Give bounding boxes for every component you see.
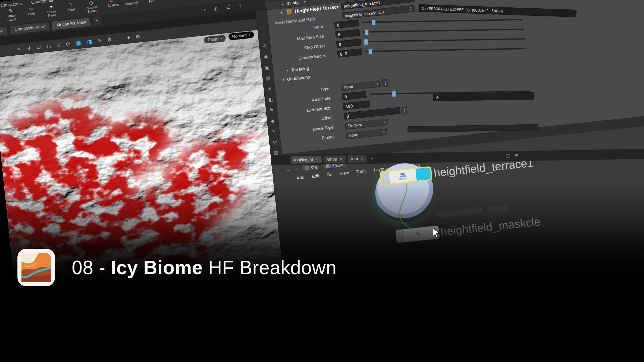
add-tab-button[interactable]: +	[369, 156, 375, 161]
edit-icon[interactable]: ✎	[97, 37, 103, 44]
tool-platonic-solids[interactable]: ◇ Platonic Solids	[83, 0, 100, 14]
terrain-render	[0, 30, 291, 362]
settings-icon[interactable]: ⚙	[106, 36, 113, 43]
dropdown-value: None	[343, 83, 354, 90]
slider-handle[interactable]	[368, 49, 372, 55]
split-pane-icon[interactable]: ❏	[506, 154, 509, 158]
node-body[interactable]: ✎	[403, 226, 433, 242]
edit-mode-icon[interactable]: ✎	[272, 129, 276, 134]
scene-viewport-pane: ↖ ✛ ▭ ◻ ⊡ ⟳ ▦ ◨ ✎ ⚙ ✦ ❆	[0, 11, 291, 362]
obj-context-icon	[305, 165, 309, 170]
select-icon[interactable]: ↖	[16, 46, 23, 53]
pane-icon[interactable]: ◧	[287, 1, 291, 6]
move-icon[interactable]: ✛	[26, 45, 33, 51]
close-icon[interactable]: ✕	[340, 158, 342, 161]
pane-menu-icon[interactable]: ☰	[515, 153, 519, 158]
tab-shop[interactable]: /shop ✕	[323, 155, 346, 163]
node-body[interactable]	[389, 169, 417, 184]
type-stepper[interactable]: ▴ ▾	[382, 79, 388, 87]
back-icon[interactable]: ←	[285, 167, 291, 173]
menu-view[interactable]: View	[339, 170, 349, 176]
display-icon[interactable]: ▣	[265, 65, 270, 70]
snap-icon[interactable]: ⊡	[55, 42, 62, 48]
close-icon[interactable]: ✕	[316, 158, 318, 161]
channel-logo	[17, 249, 55, 286]
param-label: Type	[275, 86, 330, 97]
section-terracing[interactable]: ▸ Terracing	[286, 66, 309, 73]
path-caret-icon[interactable]: ▸	[281, 2, 284, 7]
wire-icon[interactable]: ▥	[274, 150, 279, 156]
grid-snap-icon[interactable]: ▦	[74, 39, 83, 47]
ghost-node-label: heightfield_layer	[436, 202, 510, 221]
chevron-down-icon: ▾	[376, 80, 378, 87]
star-badge-icon[interactable]: ✦	[125, 34, 132, 41]
flag-icon[interactable]: ⚑	[269, 108, 274, 113]
element-size-field[interactable]: 100	[343, 101, 370, 110]
node-template-flag[interactable]	[416, 167, 432, 181]
menu-icon[interactable]: ☰	[226, 5, 230, 10]
persp-label: Persp	[207, 37, 219, 42]
tab-label: /out	[351, 157, 358, 161]
type-dropdown[interactable]: None ▾	[341, 80, 381, 91]
tool-l-system[interactable]: ⋔ L-System	[103, 0, 120, 12]
tab-out[interactable]: /out ✕	[347, 155, 367, 163]
collapse-caret-icon[interactable]: ▾	[280, 10, 283, 15]
expanded-triangle-icon: ▾	[282, 78, 284, 81]
operator-icon	[286, 9, 292, 15]
section-label: Terracing	[291, 66, 309, 73]
lighting-icon[interactable]: ☀	[267, 86, 272, 92]
help-icon[interactable]: ?	[238, 3, 241, 9]
slider-handle[interactable]	[364, 39, 368, 45]
node-input-flag[interactable]	[380, 172, 390, 184]
tool-spray-paint[interactable]: ✦ Spray Paint	[43, 3, 60, 18]
tool-font[interactable]: T Font	[63, 1, 80, 16]
multi-snap-icon[interactable]: ◨	[86, 38, 94, 45]
menu-add[interactable]: Add	[297, 175, 305, 180]
lasso-select-icon[interactable]: ◻	[45, 43, 52, 49]
target-icon[interactable]: ◎	[214, 6, 218, 11]
smooth-edges-slider[interactable]	[365, 45, 526, 55]
path-context-label[interactable]: obj	[292, 0, 299, 5]
tool-draw-curve[interactable]: ✎ Draw Curve	[3, 7, 20, 22]
slider-handle[interactable]	[365, 29, 369, 35]
no-cam-label: No cam	[232, 33, 247, 39]
smooth-edges-field[interactable]: 0.2	[337, 48, 362, 57]
offset-stepper[interactable]: ▴ ▾	[401, 106, 408, 115]
amplitude-field[interactable]: 0	[342, 91, 367, 100]
tool-label: Draw Curve	[4, 13, 20, 22]
forward-icon[interactable]: →	[293, 166, 299, 172]
tool-path[interactable]: ∿ Path	[23, 5, 40, 20]
rotate-icon[interactable]: ⟳	[65, 41, 71, 47]
pin-icon[interactable]: ↦	[201, 7, 205, 13]
pivot-icon[interactable]: ◉	[264, 54, 268, 60]
section-undulations[interactable]: ▾ Undulations	[282, 74, 310, 82]
viewport-canvas[interactable]: Persp ▾ No cam ▾	[0, 30, 291, 362]
refresh-icon[interactable]: ⟳	[273, 139, 277, 145]
menu-go[interactable]: Go	[326, 172, 333, 178]
layout-icon[interactable]: ✥	[263, 44, 267, 49]
slider-handle[interactable]	[392, 91, 396, 97]
shade-icon[interactable]: ▤	[266, 75, 271, 81]
tool-metaball[interactable]: ● Metaball	[123, 0, 140, 10]
points-icon[interactable]: ◆	[271, 118, 275, 124]
menu-tools[interactable]: Tools	[356, 168, 367, 174]
slider-handle[interactable]	[372, 19, 376, 25]
close-icon[interactable]: ✕	[361, 157, 363, 161]
snowflake-badge-icon[interactable]: ❆	[135, 33, 141, 40]
caret-down-icon: ▾	[385, 83, 386, 86]
fractal-extra-bar[interactable]	[408, 124, 538, 133]
menu-edit[interactable]: Edit	[312, 173, 320, 179]
tab-obj-icy-hf[interactable]: /obj/icy_hf ✕	[290, 156, 321, 164]
dropdown-value: Simplex	[347, 121, 362, 129]
max-step-size-field[interactable]: 6	[335, 29, 360, 38]
video-title: 08 - Icy Biome HF Breakdown	[72, 256, 337, 279]
box-select-icon[interactable]: ▭	[36, 44, 43, 50]
add-pane-tab-button[interactable]: +	[92, 16, 102, 26]
material-icon[interactable]: ◧	[268, 97, 273, 102]
stage: Characters Constraints Hair Utils Guides…	[0, 0, 644, 362]
tool-file[interactable]: ▤ File	[143, 0, 160, 7]
mask-icon: ✎	[416, 230, 421, 238]
step-offset-field[interactable]: 0	[336, 39, 361, 48]
chevron-down-icon[interactable]: ▾	[304, 0, 306, 4]
title-prefix: 08 -	[72, 257, 111, 278]
